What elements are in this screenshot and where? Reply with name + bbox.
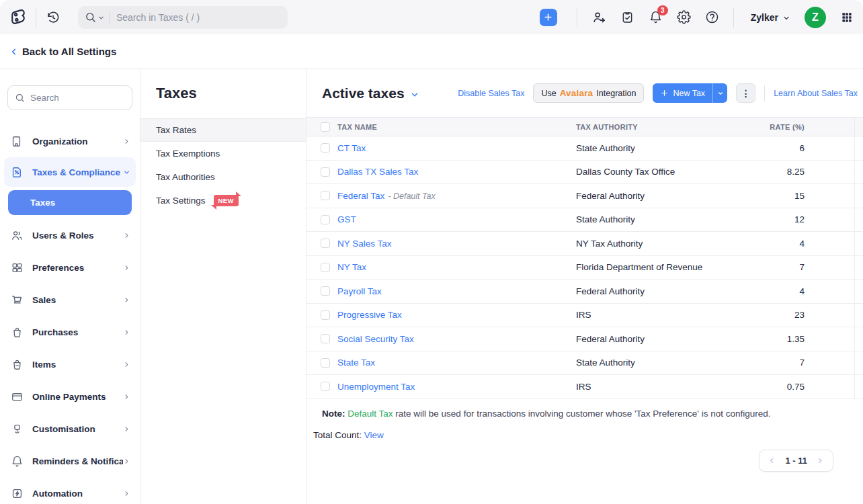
sidebar-search-box[interactable] bbox=[7, 85, 132, 110]
sidebar-item-sales[interactable]: Sales bbox=[0, 284, 140, 316]
learn-about-sales-tax-link[interactable]: Learn About Sales Tax bbox=[774, 89, 858, 98]
back-bar: Back to All Settings bbox=[0, 34, 863, 69]
panel-item-tax-exemptions[interactable]: Tax Exemptions bbox=[140, 142, 306, 165]
sidebar-item-users-roles[interactable]: Users & Roles bbox=[0, 219, 140, 251]
row-checkbox[interactable] bbox=[321, 263, 330, 272]
row-checkbox[interactable] bbox=[321, 191, 330, 200]
panel-item-label: Tax Rates bbox=[156, 125, 196, 135]
new-tax-button[interactable]: New Tax bbox=[653, 83, 712, 103]
settings-sidebar: Organization Taxes & Compliance Taxes Us… bbox=[0, 69, 140, 504]
panel-item-tax-settings[interactable]: Tax Settings NEW bbox=[140, 189, 306, 212]
tax-rate-cell: 23 bbox=[741, 310, 805, 320]
tax-name-link[interactable]: GST bbox=[337, 214, 356, 224]
page-prev-icon[interactable] bbox=[768, 457, 776, 464]
chevron-down-icon bbox=[410, 90, 419, 99]
zoho-books-logo-icon[interactable] bbox=[8, 7, 28, 28]
search-icon bbox=[85, 11, 96, 23]
tax-name-link[interactable]: Payroll Tax bbox=[337, 286, 382, 296]
row-checkbox[interactable] bbox=[321, 358, 330, 368]
row-checkbox[interactable] bbox=[321, 382, 330, 391]
table-row: CT Tax State Authority 6 bbox=[306, 136, 863, 161]
sidebar-item-organization[interactable]: Organization bbox=[0, 125, 140, 157]
recent-history-icon[interactable] bbox=[46, 10, 60, 25]
panel-item-tax-rates[interactable]: Tax Rates bbox=[140, 118, 306, 142]
table-header: TAX NAME TAX AUTHORITY RATE (%) bbox=[306, 117, 863, 136]
tasks-icon[interactable] bbox=[620, 10, 634, 24]
tax-name-link[interactable]: NY Sales Tax bbox=[337, 239, 392, 249]
row-checkbox[interactable] bbox=[321, 215, 330, 224]
top-bar: 3 Zylker Z bbox=[0, 0, 863, 34]
sidebar-item-preferences[interactable]: Preferences bbox=[0, 251, 140, 284]
tax-name-link[interactable]: Social Security Tax bbox=[337, 334, 414, 344]
sidebar-item-purchases[interactable]: Purchases bbox=[0, 316, 140, 348]
user-avatar[interactable]: Z bbox=[805, 7, 826, 28]
page-title[interactable]: Active taxes bbox=[322, 85, 419, 101]
sidebar-item-label: Taxes & Compliance bbox=[32, 167, 123, 177]
sidebar-item-taxes-compliance[interactable]: Taxes & Compliance bbox=[4, 157, 136, 187]
column-header-tax-name: TAX NAME bbox=[337, 123, 576, 131]
back-to-settings-link[interactable]: Back to All Settings bbox=[22, 46, 116, 57]
row-checkbox[interactable] bbox=[321, 334, 330, 343]
row-checkbox[interactable] bbox=[321, 143, 330, 153]
shopping-bag-icon bbox=[11, 326, 24, 339]
sidebar-item-label: Reminders & Notifica... bbox=[32, 456, 123, 466]
use-avalara-integration-button[interactable]: Use Avalara Integration bbox=[533, 83, 644, 103]
tax-name-link[interactable]: Progressive Tax bbox=[337, 310, 402, 320]
search-icon bbox=[15, 93, 25, 103]
sidebar-item-customisation[interactable]: Customisation bbox=[0, 413, 140, 445]
sidebar-search-input[interactable] bbox=[30, 93, 125, 103]
note-default-tax: Default Tax bbox=[347, 409, 393, 419]
sidebar-item-reminders-notifications[interactable]: Reminders & Notifica... bbox=[0, 445, 140, 477]
column-header-tax-authority: TAX AUTHORITY bbox=[576, 123, 741, 131]
zoho-books-app: 3 Zylker Z Back to All S bbox=[0, 0, 863, 504]
apps-grid-icon[interactable] bbox=[840, 11, 854, 24]
row-checkbox[interactable] bbox=[321, 286, 330, 296]
sidebar-item-label: Organization bbox=[32, 136, 123, 146]
help-icon[interactable] bbox=[705, 10, 719, 24]
total-count-label: Total Count: bbox=[313, 430, 362, 440]
new-tax-dropdown-button[interactable] bbox=[712, 83, 727, 103]
quick-create-button[interactable] bbox=[540, 9, 557, 26]
select-all-checkbox[interactable] bbox=[321, 122, 330, 132]
org-switcher[interactable]: Zylker bbox=[751, 12, 790, 23]
page-next-icon[interactable] bbox=[817, 457, 824, 464]
sidebar-nav: Organization Taxes & Compliance Taxes Us… bbox=[0, 117, 140, 504]
global-search-box[interactable] bbox=[78, 6, 288, 29]
table-row: NY Sales Tax NY Tax Authority 4 bbox=[306, 232, 863, 256]
sidebar-item-items[interactable]: Items bbox=[0, 348, 140, 380]
referral-icon[interactable] bbox=[591, 10, 606, 25]
settings-gear-icon[interactable] bbox=[677, 10, 691, 24]
total-count: Total Count: View bbox=[313, 430, 863, 440]
tax-authority-cell: State Authority bbox=[576, 143, 741, 153]
sidebar-item-taxes-selected[interactable]: Taxes bbox=[8, 190, 132, 215]
disable-sales-tax-link[interactable]: Disable Sales Tax bbox=[458, 89, 524, 98]
tax-rate-cell: 4 bbox=[741, 239, 805, 249]
tax-name-link[interactable]: NY Tax bbox=[337, 262, 366, 272]
tax-rate-cell: 1.35 bbox=[741, 334, 805, 344]
panel-item-tax-authorities[interactable]: Tax Authorities bbox=[140, 165, 306, 189]
tax-name-link[interactable]: Unemployment Tax bbox=[337, 382, 415, 392]
column-header-rate: RATE (%) bbox=[741, 123, 805, 131]
row-checkbox[interactable] bbox=[321, 239, 330, 248]
search-scope-chevron-icon[interactable] bbox=[97, 14, 105, 22]
sidebar-item-online-payments[interactable]: Online Payments bbox=[0, 380, 140, 413]
tax-name-link[interactable]: Federal Tax bbox=[337, 191, 384, 201]
avalara-logo: Avalara bbox=[560, 88, 593, 98]
topbar-divider bbox=[577, 7, 577, 28]
table-row: Social Security Tax Federal Authority 1.… bbox=[306, 327, 863, 351]
sidebar-item-label: Customisation bbox=[32, 424, 123, 434]
tax-authority-cell: Florida Department of Revenue bbox=[576, 262, 741, 272]
row-checkbox[interactable] bbox=[321, 167, 330, 177]
tax-name-link[interactable]: Dallas TX Sales Tax bbox=[337, 167, 418, 177]
tax-name-link[interactable]: State Tax bbox=[337, 358, 375, 368]
sidebar-item-automation[interactable]: Automation bbox=[0, 477, 140, 504]
more-options-button[interactable]: ⋮ bbox=[736, 83, 755, 103]
total-count-view-link[interactable]: View bbox=[364, 430, 384, 440]
chevron-right-icon bbox=[123, 425, 130, 433]
page-title-text: Active taxes bbox=[322, 85, 405, 101]
global-search-input[interactable] bbox=[116, 12, 281, 23]
taxes-table: TAX NAME TAX AUTHORITY RATE (%) CT Tax S… bbox=[306, 117, 863, 399]
row-checkbox[interactable] bbox=[321, 310, 330, 320]
users-icon bbox=[11, 229, 24, 242]
tax-name-link[interactable]: CT Tax bbox=[337, 143, 366, 153]
